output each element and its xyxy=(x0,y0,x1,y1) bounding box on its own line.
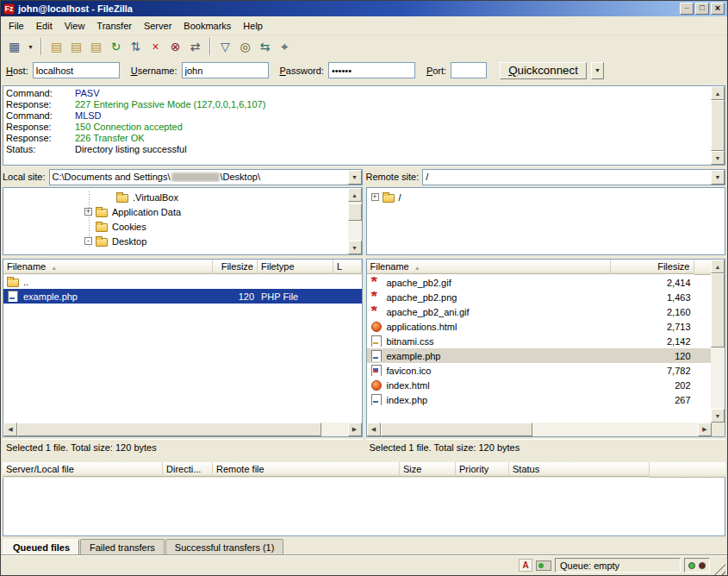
scrollbar-thumb[interactable] xyxy=(711,100,725,151)
menu-item[interactable]: Server xyxy=(138,19,177,33)
quickconnect-button[interactable]: Quickconnect xyxy=(500,62,587,79)
tree-expander-icon[interactable]: + xyxy=(371,193,379,201)
scroll-up-icon[interactable] xyxy=(711,260,725,273)
log-scrollbar[interactable] xyxy=(711,86,725,165)
queue-status-panel: Queue: empty xyxy=(555,558,681,573)
..[interactable]: .. xyxy=(3,274,362,289)
disconnect-button[interactable]: ⊗ xyxy=(165,37,185,56)
queue-column-header[interactable]: Remote file xyxy=(213,462,400,477)
scroll-up-icon[interactable] xyxy=(348,188,362,202)
file-name: example.php xyxy=(23,291,78,302)
scrollbar-thumb[interactable] xyxy=(381,423,533,436)
menu-item[interactable]: Transfer xyxy=(90,19,138,33)
toolbar-icon: ⇄ xyxy=(190,41,201,53)
combo-dropdown-button[interactable] xyxy=(348,170,362,185)
favicon.ico[interactable]: favicon.ico 7,782 xyxy=(367,363,712,378)
local-list-hscrollbar[interactable] xyxy=(3,423,362,436)
local-file-pane: Filename Filesize Filetype L .. xyxy=(3,259,363,437)
minimize-button[interactable] xyxy=(680,3,694,15)
bitnami.css[interactable]: bitnami.css 2,142 xyxy=(367,334,712,348)
find-files-button[interactable]: ⌖ xyxy=(275,37,295,56)
folder-icon xyxy=(96,221,109,232)
username-input[interactable] xyxy=(182,62,269,78)
queue-column-header[interactable]: Status xyxy=(509,462,650,477)
remote-list-scrollbar[interactable] xyxy=(711,260,725,423)
resize-grip[interactable] xyxy=(713,563,725,575)
apache_pb2.png[interactable]: apache_pb2.png 1,463 xyxy=(367,290,712,304)
cancel-button[interactable]: × xyxy=(146,37,165,56)
host-input[interactable] xyxy=(33,62,120,78)
scroll-left-icon[interactable] xyxy=(367,423,381,436)
scrollbar-thumb[interactable] xyxy=(348,203,362,221)
applications.html[interactable]: applications.html 2,713 xyxy=(367,319,712,334)
scrollbar-thumb[interactable] xyxy=(711,273,725,347)
toggle-local-tree-button[interactable]: ▤ xyxy=(66,37,86,56)
apache_pb2.gif[interactable]: apache_pb2.gif 2,414 xyxy=(367,275,712,290)
queue-column-header[interactable]: Size xyxy=(400,462,456,477)
column-header-filename[interactable]: Filename xyxy=(367,260,611,274)
column-header-filename[interactable]: Filename xyxy=(3,260,213,274)
remote-list-hscrollbar[interactable] xyxy=(367,423,712,436)
apache_pb2_ani.gif[interactable]: apache_pb2_ani.gif 2,160 xyxy=(367,304,712,319)
maximize-button[interactable] xyxy=(695,3,709,15)
compare-button[interactable]: ◎ xyxy=(235,37,255,56)
queue-tab[interactable]: Queued files xyxy=(3,539,79,554)
column-header-filetype[interactable]: Filetype xyxy=(258,260,333,274)
example.php[interactable]: example.php 120 xyxy=(367,348,712,363)
menu-item[interactable]: Help xyxy=(237,19,269,33)
remote-site-combo[interactable]: / xyxy=(422,169,725,185)
menu-item[interactable]: Edit xyxy=(30,19,59,33)
tree-expander-icon[interactable]: - xyxy=(84,237,92,245)
local-tree-scrollbar[interactable] xyxy=(348,188,362,254)
scroll-down-icon[interactable] xyxy=(711,151,725,165)
tree-item[interactable]: .VirtualBox xyxy=(3,190,348,204)
scroll-right-icon[interactable] xyxy=(348,423,362,436)
password-input[interactable] xyxy=(328,62,415,78)
file-size: 202 xyxy=(611,380,694,391)
combo-dropdown-button[interactable] xyxy=(711,170,725,185)
log-line-type: Response: xyxy=(6,99,75,110)
log-line-text: 226 Transfer OK xyxy=(75,133,145,144)
local-site-path: C:\Documents and Settings\\Desktop\ xyxy=(50,172,348,182)
column-header-lastmodified[interactable]: L xyxy=(333,260,362,274)
tree-item[interactable]: Cookies xyxy=(3,219,348,234)
scroll-down-icon[interactable] xyxy=(348,241,362,254)
file-icon xyxy=(7,291,20,302)
queue-tab[interactable]: Successful transfers (1) xyxy=(165,539,284,554)
site-manager-dropdown-button[interactable]: ▼ xyxy=(25,37,36,56)
port-input[interactable] xyxy=(451,62,487,78)
tree-item[interactable]: - Desktop xyxy=(3,234,348,248)
tree-expander-icon[interactable]: + xyxy=(84,208,92,216)
queue-column-header[interactable]: Directi... xyxy=(163,462,213,477)
reconnect-button[interactable]: ⇄ xyxy=(185,37,205,56)
site-manager-button[interactable]: ▦ xyxy=(4,37,24,56)
scroll-up-icon[interactable] xyxy=(711,86,725,100)
tree-item[interactable]: + Application Data xyxy=(3,204,348,219)
column-header-filesize[interactable]: Filesize xyxy=(611,260,694,274)
queue-column-header[interactable]: Priority xyxy=(456,462,509,477)
scroll-left-icon[interactable] xyxy=(3,423,17,436)
filter-button[interactable]: ▽ xyxy=(215,37,235,56)
quickconnect-dropdown-button[interactable]: ▼ xyxy=(591,62,604,79)
toggle-remote-tree-button[interactable]: ▤ xyxy=(86,37,106,56)
queue-list[interactable] xyxy=(3,478,725,536)
scrollbar-thumb[interactable] xyxy=(17,423,321,436)
menu-item[interactable]: Bookmarks xyxy=(177,19,237,33)
queue-column-header[interactable]: Server/Local file xyxy=(3,462,163,477)
example.php[interactable]: example.php 120 PHP File xyxy=(3,289,362,304)
process-queue-button[interactable]: ⇅ xyxy=(126,37,146,56)
scroll-right-icon[interactable] xyxy=(698,423,712,436)
refresh-button[interactable]: ↻ xyxy=(106,37,126,56)
tree-item[interactable]: + / xyxy=(367,190,725,204)
close-button[interactable] xyxy=(711,3,725,15)
column-header-filesize[interactable]: Filesize xyxy=(213,260,258,274)
menu-item[interactable]: View xyxy=(59,19,91,33)
menu-item[interactable]: File xyxy=(3,19,30,33)
local-site-combo[interactable]: C:\Documents and Settings\\Desktop\ xyxy=(49,169,363,185)
toggle-log-button[interactable]: ▤ xyxy=(47,37,66,56)
sync-browsing-button[interactable]: ⇆ xyxy=(255,37,275,56)
index.php[interactable]: index.php 267 xyxy=(367,392,712,407)
scroll-down-icon[interactable] xyxy=(711,409,725,423)
queue-tab[interactable]: Failed transfers xyxy=(80,539,165,554)
index.html[interactable]: index.html 202 xyxy=(367,378,712,392)
